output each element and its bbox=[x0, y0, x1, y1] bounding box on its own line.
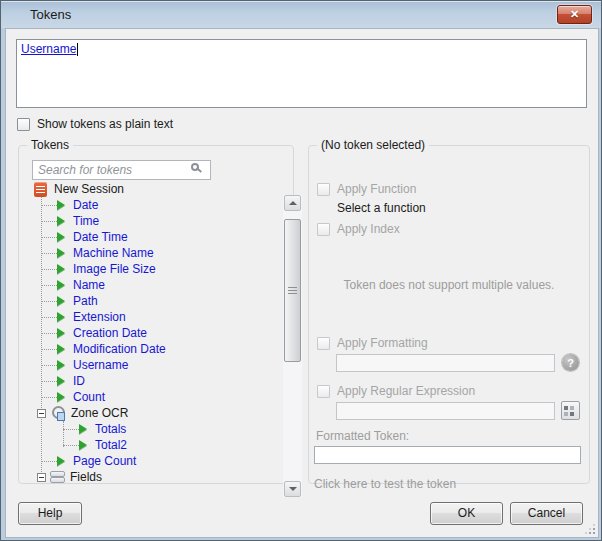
token-search bbox=[32, 160, 211, 180]
token-options-title: (No token selected) bbox=[317, 138, 429, 152]
apply-regex-row: Apply Regular Expression bbox=[317, 384, 475, 398]
close-button[interactable]: ✕ bbox=[557, 5, 592, 24]
zone-ocr-icon bbox=[50, 406, 66, 421]
apply-function-checkbox bbox=[317, 183, 330, 196]
token-expression-editor[interactable]: Username bbox=[16, 39, 587, 108]
token-arrow-icon bbox=[57, 296, 65, 306]
show-plain-text-label: Show tokens as plain text bbox=[37, 117, 173, 131]
close-icon: ✕ bbox=[570, 8, 579, 20]
tree-connector-line bbox=[41, 197, 42, 478]
tree-item-total2[interactable]: Total2 bbox=[30, 437, 270, 453]
tree-item-date-time[interactable]: Date Time bbox=[30, 229, 270, 245]
regex-input bbox=[336, 402, 555, 420]
search-icon bbox=[191, 163, 199, 171]
token-arrow-icon bbox=[57, 312, 65, 322]
token-arrow-icon bbox=[57, 264, 65, 274]
no-multiple-values-text: Token does not support multiple values. bbox=[308, 278, 590, 292]
tree-connector-line bbox=[63, 421, 64, 447]
scroll-down-button[interactable] bbox=[284, 481, 301, 497]
show-plain-text-checkbox[interactable] bbox=[17, 118, 30, 131]
ok-button[interactable]: OK bbox=[430, 502, 503, 525]
window-title: Tokens bbox=[30, 7, 71, 22]
cancel-button[interactable]: Cancel bbox=[510, 502, 583, 525]
tree-item-name[interactable]: Name bbox=[30, 277, 270, 293]
tree-item-id[interactable]: ID bbox=[30, 373, 270, 389]
collapse-expander-icon[interactable] bbox=[37, 409, 46, 418]
token-tree: New Session Date Time Date Time Machine … bbox=[30, 181, 270, 485]
thumb-grip-icon bbox=[288, 290, 297, 291]
tree-item-page-count[interactable]: Page Count bbox=[30, 453, 270, 469]
session-icon bbox=[34, 182, 47, 197]
token-arrow-icon bbox=[57, 328, 65, 338]
apply-index-row: Apply Index bbox=[317, 222, 400, 236]
scrollbar-thumb[interactable] bbox=[284, 219, 301, 362]
test-token-link[interactable]: Click here to test the token bbox=[314, 477, 456, 491]
tree-item-machine-name[interactable]: Machine Name bbox=[30, 245, 270, 261]
tree-item-totals[interactable]: Totals bbox=[30, 421, 270, 437]
apply-index-label: Apply Index bbox=[337, 222, 400, 236]
apply-formatting-row: Apply Formatting bbox=[317, 336, 428, 350]
title-bar[interactable]: Tokens ✕ bbox=[1, 1, 601, 28]
help-icon[interactable]: ? bbox=[562, 354, 579, 371]
token-arrow-icon bbox=[57, 392, 65, 402]
token-arrow-icon bbox=[57, 216, 65, 226]
tree-item-time[interactable]: Time bbox=[30, 213, 270, 229]
text-caret bbox=[77, 43, 78, 56]
regex-builder-button[interactable] bbox=[561, 401, 580, 420]
tokens-groupbox-title: Tokens bbox=[27, 138, 73, 152]
tree-item-modification-date[interactable]: Modification Date bbox=[30, 341, 270, 357]
show-plain-text-row: Show tokens as plain text bbox=[17, 117, 173, 131]
token-arrow-icon bbox=[79, 440, 87, 450]
token-arrow-icon bbox=[57, 376, 65, 386]
token-arrow-icon bbox=[57, 344, 65, 354]
token-arrow-icon bbox=[57, 248, 65, 258]
token-chip-username[interactable]: Username bbox=[21, 42, 76, 56]
tokens-groupbox: Tokens New Session Date Time bbox=[18, 145, 294, 484]
apply-index-checkbox bbox=[317, 223, 330, 236]
apply-formatting-label: Apply Formatting bbox=[337, 336, 428, 350]
tree-item-extension[interactable]: Extension bbox=[30, 309, 270, 325]
formatted-token-input[interactable] bbox=[314, 446, 581, 464]
apply-function-label: Apply Function bbox=[337, 182, 416, 196]
formatted-token-label: Formatted Token: bbox=[316, 429, 409, 443]
tree-item-count[interactable]: Count bbox=[30, 389, 270, 405]
token-arrow-icon bbox=[57, 456, 65, 466]
apply-formatting-checkbox bbox=[317, 337, 330, 350]
fields-icon bbox=[50, 471, 65, 483]
tree-item-image-file-size[interactable]: Image File Size bbox=[30, 261, 270, 277]
tree-item-path[interactable]: Path bbox=[30, 293, 270, 309]
grid-icon bbox=[564, 406, 568, 410]
token-arrow-icon bbox=[79, 424, 87, 434]
help-button[interactable]: Help bbox=[18, 502, 82, 525]
apply-regex-checkbox bbox=[317, 385, 330, 398]
tree-item-zone-ocr[interactable]: Zone OCR bbox=[30, 405, 270, 421]
tree-item-creation-date[interactable]: Creation Date bbox=[30, 325, 270, 341]
token-arrow-icon bbox=[57, 232, 65, 242]
tree-item-date[interactable]: Date bbox=[30, 197, 270, 213]
search-input[interactable] bbox=[32, 160, 211, 180]
tree-scrollbar[interactable] bbox=[283, 195, 302, 497]
tokens-dialog: Tokens ✕ Username Show tokens as plain t… bbox=[0, 0, 602, 541]
collapse-expander-icon[interactable] bbox=[37, 473, 46, 482]
apply-regex-label: Apply Regular Expression bbox=[337, 384, 475, 398]
dialog-content: Username Show tokens as plain text Token… bbox=[5, 28, 599, 538]
tree-item-new-session[interactable]: New Session bbox=[30, 181, 270, 197]
arrow-down-icon bbox=[289, 487, 297, 491]
token-arrow-icon bbox=[57, 360, 65, 370]
token-arrow-icon bbox=[57, 200, 65, 210]
resize-grip[interactable] bbox=[585, 524, 595, 534]
select-function-text: Select a function bbox=[337, 201, 426, 215]
arrow-up-icon bbox=[289, 201, 297, 205]
apply-function-row: Apply Function bbox=[317, 182, 416, 196]
tree-item-fields[interactable]: Fields bbox=[30, 469, 270, 485]
scroll-up-button[interactable] bbox=[284, 195, 301, 211]
tree-item-username[interactable]: Username bbox=[30, 357, 270, 373]
token-arrow-icon bbox=[57, 280, 65, 290]
formatting-input bbox=[336, 354, 555, 372]
